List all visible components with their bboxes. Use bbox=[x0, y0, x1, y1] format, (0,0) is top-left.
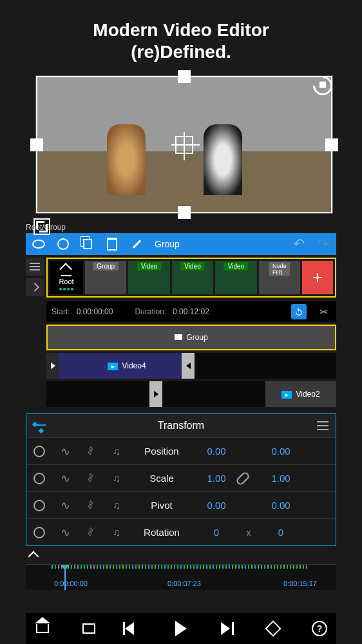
stopwatch-icon[interactable] bbox=[33, 500, 45, 511]
layer-tile[interactable]: Video bbox=[215, 261, 256, 294]
ruler-tick bbox=[81, 565, 82, 569]
undo-icon[interactable]: ↶ bbox=[292, 238, 305, 251]
crop-icon[interactable] bbox=[33, 218, 50, 235]
ruler-tick bbox=[180, 565, 182, 569]
graph-icon[interactable] bbox=[61, 471, 70, 486]
group-clip[interactable]: Group bbox=[46, 325, 336, 350]
ruler-tick bbox=[100, 565, 101, 569]
property-value-y[interactable]: 0.00 bbox=[258, 500, 303, 511]
easing-icon[interactable] bbox=[88, 471, 93, 485]
video-clip[interactable]: Video4 bbox=[59, 353, 195, 379]
ruler-tick bbox=[126, 565, 127, 569]
graph-icon[interactable] bbox=[61, 444, 70, 459]
resize-handle-bottom[interactable] bbox=[178, 206, 191, 219]
ruler-tick bbox=[122, 565, 124, 569]
help-icon[interactable] bbox=[310, 620, 329, 638]
clip-label: Video2 bbox=[296, 390, 319, 399]
menu-icon[interactable] bbox=[316, 419, 329, 432]
stopwatch-icon[interactable] bbox=[33, 473, 45, 484]
property-value-y[interactable]: 0 bbox=[258, 527, 303, 538]
property-value-y[interactable]: 0.00 bbox=[258, 446, 303, 457]
property-value-x[interactable]: 1.00 bbox=[194, 473, 239, 484]
ruler-tick bbox=[84, 565, 85, 569]
clip-trim-left[interactable] bbox=[149, 381, 162, 407]
rotate-handle[interactable] bbox=[309, 72, 336, 99]
visibility-icon[interactable] bbox=[32, 238, 45, 251]
edit-icon[interactable] bbox=[130, 238, 143, 251]
ruler-tick bbox=[277, 565, 278, 569]
time-ruler[interactable]: 0:00:00:00 0:00:07:23 0:00:15:17 bbox=[26, 564, 336, 590]
resize-handle-left[interactable] bbox=[30, 138, 43, 151]
collapse-button[interactable] bbox=[26, 549, 336, 564]
cut-icon[interactable]: ✂ bbox=[316, 304, 331, 319]
ruler-tick bbox=[242, 565, 243, 569]
redo-icon[interactable]: ↷ bbox=[317, 238, 330, 251]
easing-icon[interactable] bbox=[88, 444, 93, 458]
easing-icon[interactable] bbox=[88, 498, 93, 512]
preview-canvas[interactable] bbox=[35, 75, 333, 214]
ruler-tick bbox=[142, 565, 143, 569]
property-value-x[interactable]: 0.00 bbox=[194, 500, 239, 511]
start-value[interactable]: 0:00:00:00 bbox=[77, 307, 113, 316]
home-icon[interactable] bbox=[33, 620, 52, 638]
anchor-point-icon[interactable] bbox=[175, 136, 193, 154]
keyframe-icon[interactable] bbox=[33, 419, 46, 432]
premium-icon[interactable] bbox=[264, 620, 282, 638]
duration-label: Duration: bbox=[135, 307, 166, 316]
start-label: Start: bbox=[52, 307, 70, 316]
mask-icon[interactable] bbox=[57, 238, 70, 251]
toolbar-label: Group bbox=[155, 239, 180, 249]
root-layer-button[interactable]: Root bbox=[50, 261, 83, 294]
layer-tile[interactable]: Video bbox=[172, 261, 213, 294]
property-value-x[interactable]: 0 bbox=[194, 527, 239, 538]
audio-icon[interactable] bbox=[113, 446, 120, 457]
track-expand-left[interactable] bbox=[46, 353, 59, 379]
video-clip[interactable]: Video2 bbox=[265, 381, 336, 407]
delete-icon[interactable] bbox=[106, 238, 119, 251]
ruler-tick bbox=[283, 565, 285, 569]
layer-tile[interactable]: Node Fill1 bbox=[259, 261, 300, 294]
easing-icon[interactable] bbox=[88, 526, 93, 539]
layer-tile-label: Node Fill1 bbox=[269, 262, 291, 276]
ruler-tick bbox=[300, 565, 301, 569]
ruler-tick bbox=[190, 565, 191, 569]
property-label: Position bbox=[129, 446, 194, 457]
ruler-tick bbox=[174, 565, 175, 569]
panel-toggle-icon[interactable] bbox=[26, 258, 44, 276]
resize-handle-right[interactable] bbox=[325, 138, 338, 151]
ruler-tick bbox=[155, 565, 156, 569]
graph-icon[interactable] bbox=[61, 526, 70, 540]
step-back-icon[interactable] bbox=[126, 620, 144, 638]
stopwatch-icon[interactable] bbox=[33, 527, 45, 538]
graph-icon[interactable] bbox=[61, 498, 70, 513]
reset-icon[interactable] bbox=[291, 304, 307, 319]
audio-icon[interactable] bbox=[113, 500, 120, 511]
upload-icon bbox=[61, 265, 71, 276]
ruler-tick bbox=[229, 565, 230, 569]
ruler-tick bbox=[103, 565, 104, 569]
ruler-tick bbox=[97, 565, 98, 569]
audio-icon[interactable] bbox=[113, 527, 120, 538]
separator: x bbox=[239, 527, 258, 538]
property-value-y[interactable]: 1.00 bbox=[258, 473, 303, 484]
comments-icon[interactable] bbox=[80, 620, 98, 638]
link-icon[interactable] bbox=[239, 471, 258, 486]
ruler-tick bbox=[151, 565, 153, 569]
property-value-x[interactable]: 0.00 bbox=[194, 446, 239, 457]
property-label: Scale bbox=[129, 473, 194, 484]
layer-tile[interactable]: Group bbox=[85, 261, 126, 294]
duration-value[interactable]: 0:00:12:02 bbox=[173, 307, 209, 316]
chevron-up-icon bbox=[30, 553, 37, 560]
step-forward-icon[interactable] bbox=[218, 620, 236, 638]
copy-icon[interactable] bbox=[81, 238, 94, 251]
add-layer-button[interactable]: + bbox=[302, 261, 333, 294]
clip-trim-right[interactable] bbox=[182, 353, 195, 379]
ruler-tick bbox=[58, 565, 59, 569]
ruler-tick bbox=[161, 565, 162, 569]
expand-icon[interactable] bbox=[26, 278, 44, 296]
play-icon[interactable] bbox=[172, 620, 190, 638]
audio-icon[interactable] bbox=[113, 473, 120, 484]
resize-handle-top[interactable] bbox=[178, 70, 191, 83]
stopwatch-icon[interactable] bbox=[33, 446, 45, 457]
layer-tile[interactable]: Video bbox=[128, 261, 169, 294]
